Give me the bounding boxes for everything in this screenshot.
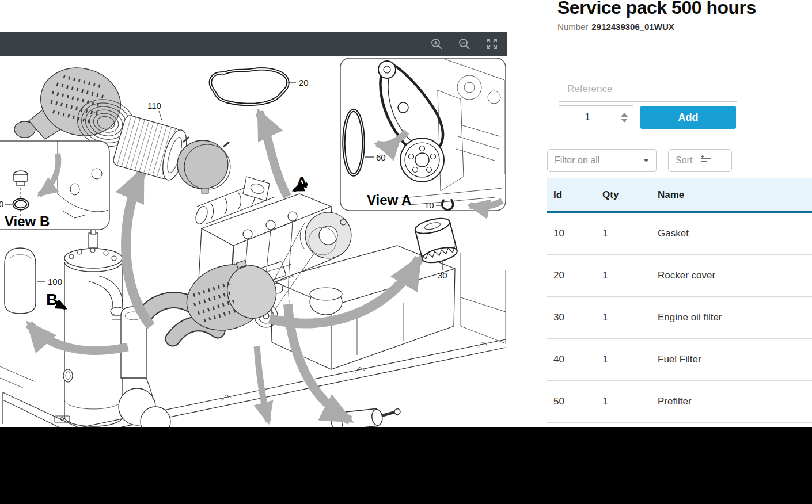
view-b-label: View B: [5, 213, 50, 229]
view-b-inset: 0 View B: [0, 141, 109, 230]
cell-id: 50: [547, 396, 602, 407]
sort-label: Sort: [676, 155, 692, 166]
viewer-toolbar: [0, 32, 507, 56]
callout-30: 30: [438, 270, 447, 280]
number-value: 2912439306_01WUX: [591, 22, 674, 32]
col-header-qty: Qty: [602, 189, 658, 201]
marker-b: B: [46, 291, 66, 308]
gasket-part: 20: [211, 69, 309, 105]
filter-label: Filter on all: [555, 155, 643, 166]
sort-icon: [700, 155, 712, 166]
cell-name: Prefilter: [658, 396, 812, 407]
diagram-viewer: 110 20 A: [0, 0, 507, 427]
cell-name: Fuel Filter: [658, 354, 812, 365]
col-header-name: Name: [658, 189, 812, 201]
oil-filter-part: 30: [413, 216, 458, 280]
table-row[interactable]: 30 1 Engine oil filter: [547, 297, 812, 339]
stepper-arrows[interactable]: [616, 113, 633, 123]
cell-qty: 1: [602, 354, 658, 365]
fullscreen-icon[interactable]: [484, 36, 500, 52]
stepper-up-icon[interactable]: [621, 113, 628, 117]
number-label: Number: [557, 22, 588, 32]
part-number: Number2912439306_01WUX: [557, 22, 674, 32]
cell-id: 40: [547, 354, 602, 365]
engine-exploded-diagram: 110 20 A: [0, 56, 507, 427]
callout-100: 100: [48, 277, 62, 287]
table-row[interactable]: 40 1 Fuel Filter: [547, 339, 812, 381]
svg-text:B: B: [46, 291, 58, 308]
page-title: Service pack 500 hours: [557, 0, 811, 18]
reference-input[interactable]: [559, 77, 737, 102]
table-body: 10 1 Gasket 20 1 Rocker cover 30 1 Engin…: [547, 213, 812, 423]
zoom-in-icon[interactable]: [428, 36, 445, 52]
diagram-canvas[interactable]: 110 20 A: [0, 56, 507, 427]
bottom-black-band: [0, 427, 812, 504]
add-button[interactable]: Add: [640, 106, 736, 129]
parts-table: Id Qty Name 10 1 Gasket 20 1 Rocker cove…: [547, 178, 812, 423]
sort-button[interactable]: Sort: [668, 149, 732, 172]
cell-name: Gasket: [658, 228, 812, 239]
zoom-out-icon[interactable]: [456, 36, 472, 52]
marker-a: A: [294, 174, 308, 192]
stepper-down-icon[interactable]: [621, 119, 628, 123]
cell-name: Rocker cover: [658, 270, 812, 281]
table-row[interactable]: 10 1 Gasket: [547, 213, 812, 255]
view-a-inset: 60 10 View A: [340, 58, 506, 211]
cell-qty: 1: [602, 228, 658, 239]
table-row[interactable]: 50 1 Prefilter: [547, 381, 812, 423]
svg-text:A: A: [296, 174, 308, 192]
table-header: Id Qty Name: [547, 178, 812, 213]
page: 110 20 A: [0, 0, 812, 504]
cell-id: 20: [547, 270, 602, 281]
cell-qty: 1: [602, 396, 658, 407]
quantity-input[interactable]: [559, 112, 616, 123]
cell-qty: 1: [602, 312, 658, 323]
cell-id: 10: [547, 228, 602, 239]
callout-10: 10: [424, 200, 434, 210]
cell-id: 30: [547, 312, 602, 323]
callout-20: 20: [299, 78, 309, 87]
quantity-stepper[interactable]: [559, 105, 633, 129]
table-row[interactable]: 20 1 Rocker cover: [547, 255, 812, 297]
col-header-id: Id: [547, 189, 602, 201]
chevron-down-icon: [643, 159, 649, 162]
callout-60: 60: [376, 152, 386, 162]
cell-qty: 1: [602, 270, 658, 281]
cell-name: Engine oil filter: [658, 312, 812, 323]
filter-dropdown[interactable]: Filter on all: [547, 149, 657, 172]
callout-0: 0: [0, 199, 3, 209]
callout-110: 110: [147, 101, 161, 110]
view-a-label: View A: [367, 192, 411, 208]
detail-panel: Service pack 500 hours Number2912439306_…: [507, 0, 812, 427]
